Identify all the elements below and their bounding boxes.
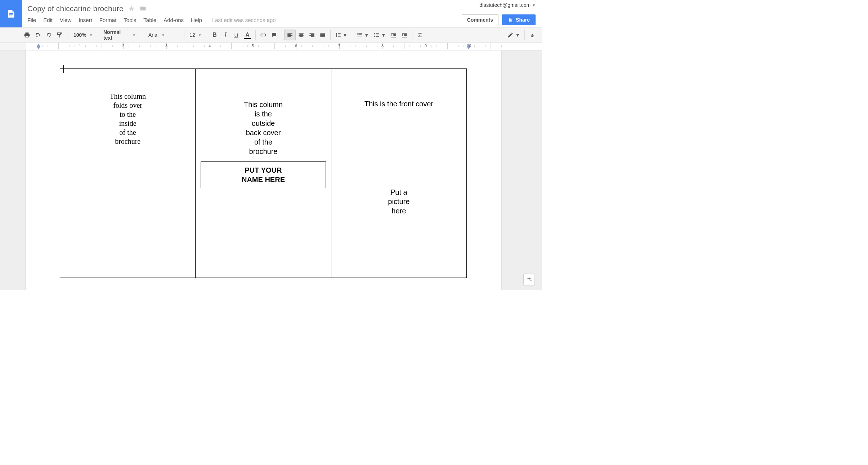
paint-format-button[interactable] <box>54 30 65 40</box>
editing-mode-button[interactable]: ▼ <box>505 30 522 40</box>
menu-view[interactable]: View <box>60 17 71 23</box>
ruler-number: 6 <box>295 44 297 48</box>
svg-rect-2 <box>9 15 12 16</box>
clear-formatting-button[interactable] <box>415 30 425 40</box>
menu-table[interactable]: Table <box>143 17 156 23</box>
menu-insert[interactable]: Insert <box>79 17 92 23</box>
ruler-number: 1 <box>79 44 81 48</box>
picture-placeholder-text[interactable]: Put a picture here <box>334 187 464 216</box>
ruler-indent-left[interactable] <box>37 44 40 46</box>
ruler-number: 2 <box>122 44 124 48</box>
menu-addons[interactable]: Add-ons <box>164 17 184 23</box>
align-justify-button[interactable] <box>317 30 328 40</box>
decrease-indent-button[interactable] <box>388 30 399 40</box>
svg-point-3 <box>374 33 375 34</box>
line-spacing-button[interactable]: ▼ <box>333 30 350 40</box>
svg-point-5 <box>374 36 375 37</box>
ruler-number: 9 <box>425 44 427 48</box>
brochure-table[interactable]: This column folds over to the inside of … <box>60 68 467 278</box>
brochure-col-2[interactable]: This column is the outside back cover of… <box>196 69 331 278</box>
increase-indent-button[interactable] <box>399 30 410 40</box>
ruler[interactable]: 12345678910 <box>0 43 542 50</box>
account-button[interactable]: dlastutech@gmail.com ▼ <box>479 2 536 8</box>
paragraph-style-dropdown[interactable]: Normal text▼ <box>99 30 140 40</box>
menu-file[interactable]: File <box>27 17 36 23</box>
text-color-button[interactable]: A <box>242 30 253 40</box>
folder-icon[interactable] <box>139 5 147 12</box>
account-email: dlastutech@gmail.com <box>479 2 531 8</box>
ruler-number: 10 <box>467 44 471 48</box>
menu-format[interactable]: Format <box>99 17 117 23</box>
svg-rect-1 <box>9 14 13 15</box>
ruler-number: 8 <box>381 44 384 48</box>
align-right-button[interactable] <box>307 30 317 40</box>
ruler-number: 4 <box>209 44 211 48</box>
name-box[interactable]: PUT YOUR NAME HERE <box>201 161 326 188</box>
front-cover-text[interactable]: This is the front cover <box>334 100 464 108</box>
redo-button[interactable] <box>43 30 54 40</box>
docs-icon <box>6 8 16 19</box>
toolbar: 100%▼ Normal text▼ Arial▼ 12▼ B I U A ▼ … <box>0 27 542 43</box>
numbered-list-button[interactable]: ▼ <box>354 30 371 40</box>
share-button[interactable]: Share <box>502 14 536 25</box>
zoom-dropdown[interactable]: 100%▼ <box>70 30 95 40</box>
caret-down-icon: ▼ <box>89 33 93 37</box>
menu-help[interactable]: Help <box>191 17 202 23</box>
insert-link-button[interactable] <box>258 30 269 40</box>
text-cursor <box>63 65 64 73</box>
star-icon[interactable] <box>128 5 135 12</box>
caret-down-icon: ▼ <box>532 3 536 7</box>
undo-button[interactable] <box>32 30 43 40</box>
document-page[interactable]: This column folds over to the inside of … <box>26 50 501 290</box>
bulleted-list-button[interactable]: ▼ <box>371 30 388 40</box>
document-workspace[interactable]: This column folds over to the inside of … <box>0 50 542 290</box>
comments-button[interactable]: Comments <box>462 14 498 25</box>
align-left-button[interactable] <box>284 30 296 40</box>
menu-edit[interactable]: Edit <box>43 17 53 23</box>
caret-down-icon: ▼ <box>198 33 202 37</box>
bold-button[interactable]: B <box>209 30 220 40</box>
lock-icon <box>508 17 513 22</box>
explore-button[interactable] <box>523 274 535 285</box>
document-title[interactable]: Copy of chiccarine brochure <box>27 4 124 13</box>
col2-text[interactable]: This column is the outside back cover of… <box>198 100 328 156</box>
print-button[interactable] <box>22 30 32 40</box>
caret-down-icon: ▼ <box>161 33 165 37</box>
share-label: Share <box>516 17 530 23</box>
titlebar: Copy of chiccarine brochure File Edit Vi… <box>0 0 542 27</box>
ruler-number: 5 <box>252 44 254 48</box>
font-size-dropdown[interactable]: 12▼ <box>187 30 205 40</box>
col1-text[interactable]: This column folds over to the inside of … <box>63 92 192 146</box>
last-edit-label: Last edit was seconds ago <box>212 17 276 23</box>
font-dropdown[interactable]: Arial▼ <box>144 30 182 40</box>
docs-logo[interactable] <box>0 0 22 27</box>
collapse-toolbar-button[interactable] <box>527 30 538 40</box>
align-center-button[interactable] <box>296 30 307 40</box>
brochure-col-3[interactable]: This is the front cover Put a picture he… <box>331 69 466 278</box>
menubar: File Edit View Insert Format Tools Table… <box>27 15 462 25</box>
insert-comment-button[interactable] <box>269 30 279 40</box>
ruler-number: 3 <box>165 44 167 48</box>
caret-down-icon: ▼ <box>132 33 136 37</box>
ruler-number: 7 <box>338 44 340 48</box>
divider <box>201 159 325 159</box>
italic-button[interactable]: I <box>220 30 231 40</box>
menu-tools[interactable]: Tools <box>124 17 136 23</box>
svg-rect-0 <box>9 13 13 14</box>
brochure-col-1[interactable]: This column folds over to the inside of … <box>60 69 196 278</box>
underline-button[interactable]: U <box>231 30 242 40</box>
svg-point-4 <box>374 35 375 35</box>
